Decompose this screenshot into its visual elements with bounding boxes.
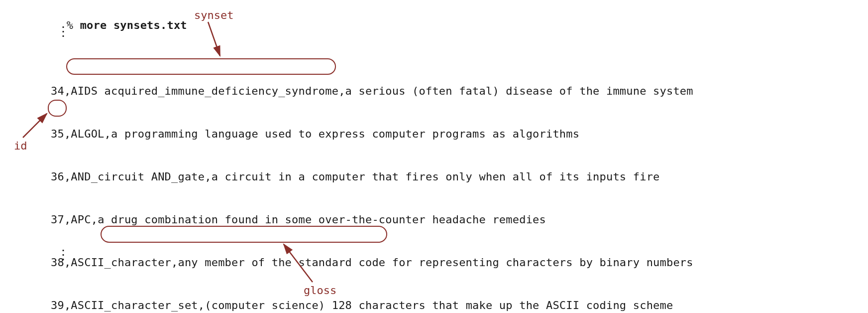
row-id: 37	[51, 214, 64, 225]
row-id: 36	[51, 171, 64, 182]
ellipsis-top: ⋮	[57, 25, 70, 38]
row-id: 39	[51, 300, 64, 311]
data-row: 37,APC,a drug combination found in some …	[51, 209, 693, 230]
label-id: id	[14, 140, 27, 152]
row-synset: APC	[71, 214, 91, 225]
data-row: 36,AND_circuit AND_gate,a circuit in a c…	[51, 166, 693, 187]
data-row: 34,AIDS acquired_immune_deficiency_syndr…	[51, 81, 693, 102]
data-row: 35,ALGOL,a programming language used to …	[51, 124, 693, 145]
figure-canvas: % more synsets.txt ⋮ synset id gloss 34,…	[0, 0, 868, 313]
row-gloss: a circuit in a computer that fires only …	[212, 171, 660, 182]
row-id: 34	[51, 86, 64, 97]
data-row: 38,ASCII_character,any member of the sta…	[51, 252, 693, 273]
row-gloss: a programming language used to express c…	[111, 129, 579, 140]
data-row: 39,ASCII_character_set,(computer science…	[51, 295, 693, 313]
row-synset: ASCII_character	[71, 257, 171, 268]
svg-line-0	[208, 22, 220, 56]
row-id: 35	[51, 129, 64, 140]
svg-line-1	[23, 114, 47, 138]
row-gloss: a drug combination found in some over-th…	[98, 214, 546, 225]
label-synset: synset	[194, 9, 233, 21]
command-text: more synsets.txt	[80, 19, 187, 31]
row-synset: ASCII_character_set	[71, 300, 198, 311]
ellipsis-bottom: ⋮	[57, 248, 70, 261]
row-gloss: a serious (often fatal) disease of the i…	[345, 86, 693, 97]
row-gloss: (computer science) 128 characters that m…	[205, 300, 673, 311]
row-synset: AIDS acquired_immune_deficiency_syndrome	[71, 86, 338, 97]
row-synset: ALGOL	[71, 129, 104, 140]
data-lines: 34,AIDS acquired_immune_deficiency_syndr…	[51, 59, 693, 313]
row-gloss: any member of the standard code for repr…	[178, 257, 693, 268]
row-synset: AND_circuit AND_gate	[71, 171, 205, 182]
